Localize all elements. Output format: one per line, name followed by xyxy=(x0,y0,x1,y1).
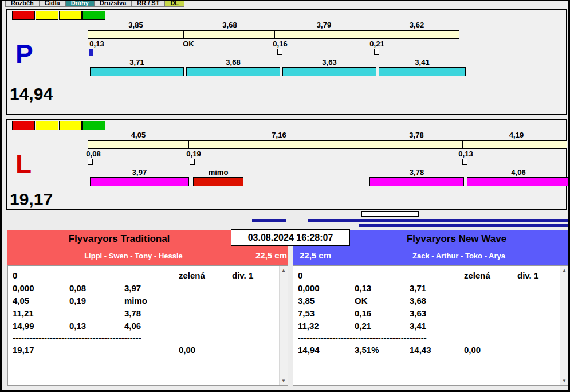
split-bar xyxy=(282,67,376,76)
team-left-name: Flyvaryors Traditional xyxy=(7,233,231,245)
checkpoint-status: OK xyxy=(172,40,205,48)
split-bar xyxy=(186,67,280,76)
status-square-yellow xyxy=(36,11,58,20)
track-segment xyxy=(88,140,189,149)
checkpoint-marker-box xyxy=(374,49,379,55)
scroll-down-button[interactable]: ▼ xyxy=(560,377,568,385)
team-left-distance: 22,5 cm xyxy=(255,250,287,260)
total-time: 14,94 xyxy=(298,345,320,355)
tab-dl[interactable]: DL xyxy=(164,1,184,7)
team-left-members: Lippi - Swen - Tony - Hessie xyxy=(7,252,260,260)
status-lights xyxy=(12,121,106,130)
total-time: 19,17 xyxy=(13,345,34,355)
checkpoint-marker-box xyxy=(190,159,195,165)
left-results-sheet: 0 zelená div. 1 0,000 0,08 3,97 4,05 0,1… xyxy=(7,265,288,386)
tab-cidla[interactable]: Čidla xyxy=(39,1,66,7)
cell: 3,85 xyxy=(298,296,315,305)
split-top-labels: 4,05 7,16 3,78 4,19 xyxy=(88,131,569,139)
status-square-green xyxy=(82,121,105,130)
split-time: 7,16 xyxy=(189,131,369,139)
cell: 0,13 xyxy=(69,321,86,331)
split-bar xyxy=(467,177,570,186)
bar-miss-label: mimo xyxy=(193,168,243,177)
cell: 0,000 xyxy=(13,283,34,293)
checkpoint-marker-box xyxy=(462,159,467,165)
cell: 0,08 xyxy=(69,283,86,293)
tab-rozbeh[interactable]: Rozběh xyxy=(5,1,40,7)
cell: 0,000 xyxy=(298,283,320,293)
net-time: 14,43 xyxy=(410,345,431,355)
cell: 11,32 xyxy=(298,321,319,331)
tab-bar: Rozběh Čidla Dráhy Družstva RR / ST DL xyxy=(5,1,184,7)
result-row: 3,85 OK 3,68 xyxy=(293,296,559,307)
split-time: 4,19 xyxy=(464,131,569,139)
scroll-up-button[interactable]: ▲ xyxy=(560,266,568,275)
cell: 3,97 xyxy=(124,283,141,293)
total-row: 14,94 3,51% 14,43 0,00 xyxy=(293,345,559,356)
status-lights xyxy=(12,11,106,20)
track-segment xyxy=(188,140,368,149)
checkpoint-time: 0,19 xyxy=(178,150,210,158)
track-segment xyxy=(462,140,567,149)
status-square-yellow xyxy=(59,11,82,20)
split-time: 3,68 xyxy=(184,21,276,29)
track-segment xyxy=(368,140,463,149)
split-time: 3,62 xyxy=(372,21,461,29)
light-status: zelená xyxy=(464,271,490,280)
split-time: 4,05 xyxy=(88,131,189,139)
cell: 0,13 xyxy=(355,283,371,293)
progress-line xyxy=(252,219,286,222)
split-bar-missed xyxy=(193,177,243,186)
scroll-down-button[interactable]: ▼ xyxy=(280,377,288,385)
bar-time: 4,06 xyxy=(467,168,570,177)
cell: 4,06 xyxy=(124,321,141,331)
vertical-scrollbar[interactable]: ▲ ▼ xyxy=(279,266,288,385)
split-time: 3,78 xyxy=(369,131,464,139)
split-bar xyxy=(379,67,466,76)
result-row: 0,000 0,13 3,71 xyxy=(293,283,559,295)
result-row: 0,000 0,08 3,97 xyxy=(8,283,278,295)
checkpoint-time: 0,21 xyxy=(361,40,393,48)
cell: 7,53 xyxy=(298,308,315,318)
tab-rr-st[interactable]: RR / ST xyxy=(131,1,165,7)
cell: 0,21 xyxy=(355,321,371,331)
team-right-members: Zack - Arthur - Toko - Arya xyxy=(350,252,568,260)
scroll-up-button[interactable]: ▲ xyxy=(280,266,288,275)
split-bar xyxy=(90,67,184,76)
team-right-name: Flyvaryors New Wave xyxy=(344,233,569,245)
split-time: 3,85 xyxy=(88,21,184,29)
track-segment xyxy=(274,30,371,39)
separator-row: ----------------------------------------… xyxy=(8,332,278,344)
tab-druzstva[interactable]: Družstva xyxy=(94,1,132,7)
lane-p-total-time: 14,94 xyxy=(10,85,53,103)
checkpoint-marker-filled xyxy=(89,49,93,56)
progress-line xyxy=(308,219,568,222)
vertical-scrollbar[interactable]: ▲ ▼ xyxy=(560,266,568,385)
result-row: 7,53 0,16 3,63 xyxy=(293,308,559,320)
cell: mimo xyxy=(124,296,147,305)
track-segment xyxy=(183,30,275,39)
separator-row: ----------------------------------------… xyxy=(293,332,559,344)
lane-letter-p: P xyxy=(15,41,33,67)
bar-time: 3,68 xyxy=(186,58,280,66)
checkpoint-time: 0,08 xyxy=(77,150,109,158)
bar-time: 3,71 xyxy=(90,58,184,66)
split-bar xyxy=(90,177,189,186)
status-square-yellow xyxy=(59,121,82,130)
right-results-sheet: 0 zelená div. 1 0,000 0,13 3,71 3,85 OK … xyxy=(293,265,569,386)
cell: 3,78 xyxy=(124,308,141,318)
division-label: div. 1 xyxy=(517,271,538,280)
bar-time: 3,78 xyxy=(369,168,464,177)
track-segment xyxy=(371,30,459,39)
percent-value: 3,51% xyxy=(355,345,379,355)
bar-time: 3,97 xyxy=(90,168,189,177)
penalty-time: 0,00 xyxy=(179,345,195,355)
bar-time: 3,41 xyxy=(379,58,466,66)
tab-drahy[interactable]: Dráhy xyxy=(65,1,95,7)
checkpoint-time: 0,16 xyxy=(264,40,296,48)
progress-outline-box xyxy=(361,211,419,217)
split-top-labels: 3,85 3,68 3,79 3,62 xyxy=(88,21,461,29)
checkpoint-time: 0,13 xyxy=(81,40,113,48)
cell: 3,71 xyxy=(410,283,426,293)
cell: 0,19 xyxy=(69,296,86,305)
